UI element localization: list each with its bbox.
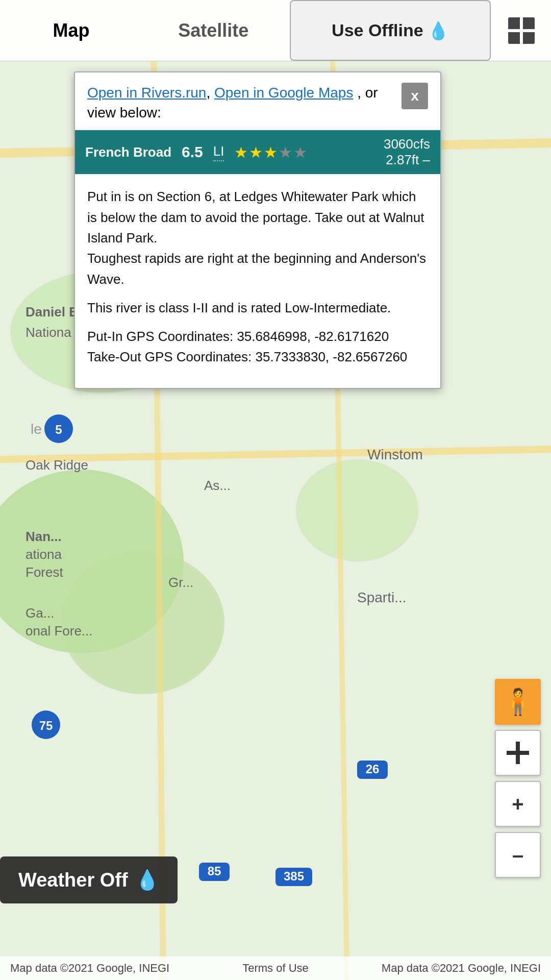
take-out-coords: 35.7333830, -82.6567260: [256, 349, 408, 364]
popup-header: Open in Rivers.run, Open in Google Maps …: [75, 72, 440, 130]
description-1: Put in is on Section 6, at Ledges Whitew…: [87, 186, 428, 289]
description-2: This river is class I-II and is rated Lo…: [87, 298, 428, 318]
take-out-label: Take-Out GPS Coordinates:: [87, 349, 252, 364]
weather-button[interactable]: Weather Off 💧: [0, 856, 178, 903]
svg-text:Nan...: Nan...: [26, 529, 62, 544]
svg-text:26: 26: [366, 762, 380, 776]
svg-text:onal Fore...: onal Fore...: [26, 623, 93, 639]
river-level: 6.5: [182, 143, 203, 161]
svg-point-3: [61, 551, 224, 694]
weather-label: Weather Off: [18, 869, 128, 891]
weather-icon: 💧: [135, 869, 159, 891]
put-in-label: Put-In GPS Coordinates:: [87, 329, 233, 344]
expand-button[interactable]: [496, 5, 547, 56]
top-bar: Map Satellite Use Offline 💧: [0, 0, 551, 61]
gps-info: Put-In GPS Coordinates: 35.6846998, -82.…: [87, 326, 428, 368]
water-drop-icon: 💧: [428, 20, 449, 41]
star-1: ★: [234, 143, 248, 161]
river-info-bar: French Broad 6.5 LI ★ ★ ★ ★ ★ 3060cfs 2.…: [75, 130, 440, 174]
zoom-out-button[interactable]: –: [495, 832, 541, 878]
river-class: LI: [213, 143, 224, 161]
river-stars: ★ ★ ★ ★ ★: [234, 143, 373, 161]
flow-cfs: 3060cfs: [384, 136, 430, 152]
popup-body: Put in is on Section 6, at Ledges Whitew…: [75, 174, 440, 387]
attribution-left: Map data ©2021 Google, INEGI: [10, 962, 169, 975]
svg-text:Forest: Forest: [26, 565, 63, 580]
person-icon: 🧍: [502, 687, 534, 717]
expand-icon: [508, 17, 520, 29]
star-4: ★: [279, 143, 292, 161]
use-offline-button[interactable]: Use Offline 💧: [290, 0, 491, 61]
zoom-out-icon: –: [512, 844, 523, 867]
map-tab[interactable]: Map: [0, 0, 142, 61]
open-google-link[interactable]: Open in Google Maps: [214, 85, 353, 101]
svg-text:ationa: ationa: [26, 547, 62, 562]
expand-icon: [508, 32, 520, 44]
zoom-in-button[interactable]: +: [495, 781, 541, 827]
svg-text:385: 385: [284, 869, 304, 883]
svg-text:As...: As...: [204, 478, 231, 493]
svg-text:Oak Ridge: Oak Ridge: [26, 457, 88, 473]
river-name: French Broad: [85, 144, 171, 160]
svg-text:le: le: [31, 421, 42, 437]
put-in-coords: 35.6846998, -82.6171620: [237, 329, 389, 344]
terms-of-use-link[interactable]: Terms of Use: [242, 962, 309, 975]
open-rivers-link[interactable]: Open in Rivers.run: [87, 85, 206, 101]
svg-text:75: 75: [39, 719, 53, 732]
svg-text:5: 5: [55, 423, 62, 436]
star-3: ★: [264, 143, 278, 161]
star-2: ★: [249, 143, 263, 161]
expand-icon: [523, 17, 535, 29]
flow-ft: 2.87ft –: [384, 152, 430, 168]
svg-text:Gr...: Gr...: [168, 575, 193, 590]
svg-text:Sparti...: Sparti...: [357, 590, 406, 605]
river-info-popup: Open in Rivers.run, Open in Google Maps …: [74, 71, 441, 389]
popup-header-text: Open in Rivers.run, Open in Google Maps …: [87, 83, 396, 122]
cross-vertical: [516, 742, 520, 764]
map-controls: 🧍 + –: [495, 679, 541, 878]
close-button[interactable]: x: [402, 83, 428, 109]
satellite-tab[interactable]: Satellite: [142, 0, 285, 61]
river-flow: 3060cfs 2.87ft –: [384, 136, 430, 168]
zoom-in-icon: +: [512, 793, 523, 816]
attribution-right: Map data ©2021 Google, INEGI: [382, 962, 541, 975]
svg-text:Winstom: Winstom: [367, 447, 423, 462]
star-5: ★: [293, 143, 307, 161]
zoom-arrows-button[interactable]: [495, 730, 541, 776]
map-attribution: Map data ©2021 Google, INEGI Terms of Us…: [0, 957, 551, 980]
streetview-button[interactable]: 🧍: [495, 679, 541, 725]
svg-text:85: 85: [208, 864, 221, 878]
svg-point-4: [296, 459, 418, 561]
expand-icon: [523, 32, 535, 44]
svg-text:Ga...: Ga...: [26, 605, 54, 621]
